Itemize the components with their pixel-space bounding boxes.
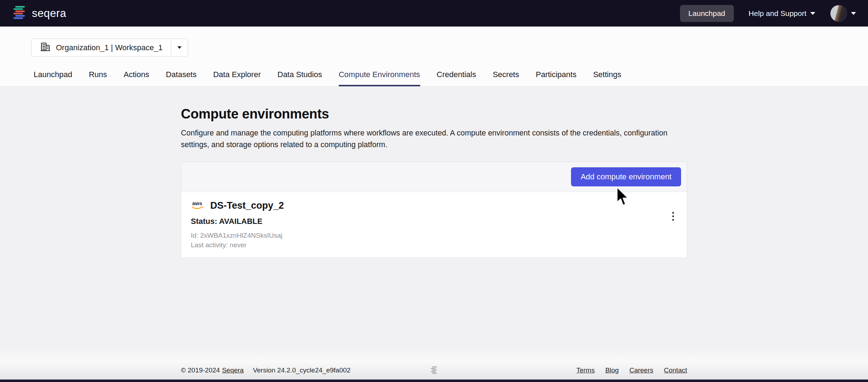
environment-id: Id: 2xWBA1xznHlZ4NSksIUsaj	[191, 232, 655, 239]
add-compute-environment-button[interactable]: Add compute environment	[571, 167, 681, 186]
navbar-right-group: Launchpad Help and Support	[680, 5, 856, 22]
environment-name-link[interactable]: DS-Test_copy_2	[210, 200, 284, 211]
user-avatar	[830, 5, 847, 22]
kebab-dot	[672, 219, 674, 221]
workspace-selector-label: Organization_1 | Workspace_1	[56, 43, 162, 52]
environment-title-line: aws DS-Test_copy_2	[191, 200, 655, 212]
tab-compute-environments[interactable]: Compute Environments	[339, 70, 420, 86]
main-content: Compute environments Configure and manag…	[181, 87, 687, 258]
workspace-subheader: Organization_1 | Workspace_1 Launchpad R…	[0, 27, 868, 87]
version-text: Version 24.2.0_cycle24_e9fa002	[253, 366, 350, 374]
brand-home-link[interactable]: seqera	[12, 5, 66, 22]
tab-data-studios[interactable]: Data Studios	[278, 70, 322, 86]
footer-link-terms[interactable]: Terms	[576, 366, 595, 374]
top-navbar: seqera Launchpad Help and Support	[0, 0, 868, 27]
tab-settings[interactable]: Settings	[593, 70, 621, 86]
workspace-selector[interactable]: Organization_1 | Workspace_1	[31, 39, 188, 57]
chevron-down-icon	[851, 12, 856, 15]
aws-provider-icon: aws	[191, 200, 206, 212]
tab-credentials[interactable]: Credentials	[437, 70, 476, 86]
footer-links: Terms Blog Careers Contact	[576, 366, 687, 374]
tab-data-explorer[interactable]: Data Explorer	[213, 70, 261, 86]
tab-secrets[interactable]: Secrets	[493, 70, 519, 86]
tab-actions[interactable]: Actions	[124, 70, 149, 86]
page-footer: © 2019-2024 Seqera Version 24.2.0_cycle2…	[181, 366, 687, 374]
compute-environments-card: Add compute environment aws DS-Test_copy…	[181, 162, 687, 258]
seqera-footer-link[interactable]: Seqera	[222, 366, 244, 374]
environment-last-activity: Last activity: never	[191, 241, 655, 249]
tab-runs[interactable]: Runs	[89, 70, 107, 86]
copyright-text: © 2019-2024 Seqera	[181, 366, 244, 374]
footer-left-group: © 2019-2024 Seqera Version 24.2.0_cycle2…	[181, 366, 350, 374]
seqera-logo-icon	[12, 5, 27, 22]
chevron-down-icon	[810, 12, 815, 15]
environment-options-menu-button[interactable]	[669, 209, 677, 224]
tab-datasets[interactable]: Datasets	[166, 70, 196, 86]
help-and-support-label: Help and Support	[749, 9, 806, 18]
footer-link-contact[interactable]: Contact	[664, 366, 687, 374]
launchpad-button[interactable]: Launchpad	[680, 5, 734, 22]
tab-launchpad[interactable]: Launchpad	[34, 70, 72, 86]
workspace-selector-caret-button[interactable]	[171, 39, 188, 56]
tab-participants[interactable]: Participants	[536, 70, 576, 86]
page-title: Compute environments	[181, 106, 687, 122]
workspace-selector-main[interactable]: Organization_1 | Workspace_1	[32, 39, 171, 56]
organization-icon	[40, 41, 51, 54]
page-description: Configure and manage the computing platf…	[181, 127, 687, 151]
seqera-mark-icon	[429, 366, 439, 375]
brand-wordmark: seqera	[32, 7, 66, 20]
kebab-dot	[672, 215, 674, 217]
compute-environment-row: aws DS-Test_copy_2 Status: AVAILABLE Id:…	[181, 192, 687, 257]
workspace-tabs: Launchpad Runs Actions Datasets Data Exp…	[0, 70, 868, 86]
chevron-down-icon	[177, 46, 182, 49]
card-toolbar: Add compute environment	[181, 162, 687, 192]
environment-status: Status: AVAILABLE	[191, 217, 655, 226]
aws-provider-label: aws	[192, 200, 202, 206]
app-root: seqera Launchpad Help and Support	[0, 0, 868, 382]
user-menu[interactable]	[830, 5, 856, 22]
help-and-support-menu[interactable]: Help and Support	[749, 9, 815, 18]
copyright-years: © 2019-2024	[181, 366, 220, 374]
kebab-dot	[672, 212, 674, 214]
footer-logo-mark	[429, 366, 439, 375]
footer-link-careers[interactable]: Careers	[629, 366, 653, 374]
footer-link-blog[interactable]: Blog	[605, 366, 619, 374]
bottom-dark-strip	[0, 380, 868, 382]
